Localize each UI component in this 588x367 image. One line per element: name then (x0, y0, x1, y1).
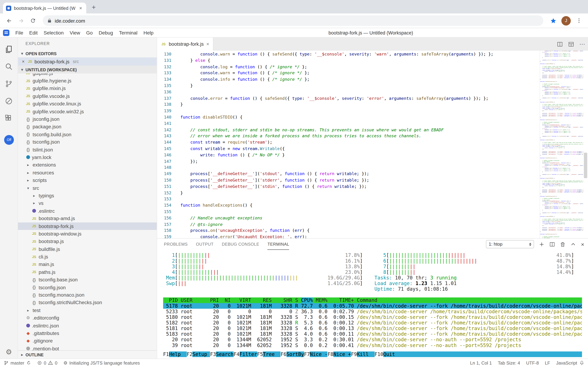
file-item-jsconfig.json[interactable]: {}jsconfig.json (18, 115, 157, 123)
file-item-tsconfig.json[interactable]: {}tsconfig.json (18, 284, 157, 291)
folder-item-typings[interactable]: ▸typings (18, 192, 157, 200)
code-line[interactable]: 152} (157, 190, 540, 196)
status-item-4[interactable]: JavaScript (556, 360, 577, 366)
code-line[interactable]: 149 process['__defineGetter__']('stdout'… (157, 171, 540, 177)
file-item-buildfile.js[interactable]: JSbuildfile.js (18, 245, 157, 253)
code-line[interactable]: 147 }); (157, 158, 540, 165)
address-bar[interactable]: ide.coder.com (43, 15, 543, 26)
forward-button[interactable] (16, 15, 26, 26)
code-line[interactable]: 132 console.log = function () { /* ignor… (157, 64, 540, 70)
code-line[interactable]: 140function disableSTDIO() { (157, 114, 540, 121)
reload-button[interactable] (28, 15, 38, 26)
file-item-gulpfile.vscode.linux.js[interactable]: JSgulpfile.vscode.linux.js (18, 100, 157, 108)
fkey-f1-button[interactable]: F1 (163, 351, 169, 357)
file-item-bootstrap-amd.js[interactable]: JSbootstrap-amd.js (18, 215, 157, 222)
code-line[interactable]: 144 const stream = require('stream'); (157, 140, 540, 146)
extensions-activity-button[interactable] (0, 110, 18, 127)
code-line[interactable]: 134 console.info = function () { /* igno… (157, 76, 540, 83)
file-item-tsconfig.build.json[interactable]: {}tsconfig.build.json (18, 131, 157, 138)
sync-icon[interactable] (26, 360, 31, 366)
code-line[interactable]: 154function handleExceptions() { (157, 203, 540, 209)
fkey-f10-button[interactable]: F10 (374, 351, 383, 357)
file-item-.eslintrc[interactable]: .eslintrc (18, 207, 157, 215)
fkey-f3-button[interactable]: F3 (210, 351, 216, 357)
back-button[interactable] (4, 15, 14, 26)
code-line[interactable]: 138} (157, 102, 540, 108)
code-line[interactable]: 153 (157, 196, 540, 203)
folder-item-src[interactable]: ▾src (18, 184, 157, 192)
file-item-package.json[interactable]: {}package.json (18, 123, 157, 131)
code-line[interactable]: 159 console.error('Uncaught Exception: '… (157, 234, 540, 238)
status-item-1[interactable]: Tab Size: 4 (498, 360, 520, 366)
code-line[interactable]: 133 console.warn = function () { /* igno… (157, 70, 540, 76)
menu-item-edit[interactable]: Edit (26, 29, 41, 37)
settings-gear-icon[interactable]: ⚙ (6, 348, 12, 356)
file-item-paths.js[interactable]: JSpaths.js (18, 268, 157, 276)
code-line[interactable]: 158 process.on('uncaughtException', func… (157, 228, 540, 234)
file-item-gulpfile.hygiene.js[interactable]: JSgulpfile.hygiene.js (18, 77, 157, 85)
bell-icon[interactable] (580, 360, 584, 366)
code-line[interactable]: 143 // error when we are inside a forked… (157, 133, 540, 140)
search-activity-button[interactable] (0, 58, 18, 75)
file-item-.gitattributes[interactable]: ◆.gitattributes (18, 329, 157, 337)
file-item-tsconfig.json[interactable]: {}tsconfig.json (18, 138, 157, 146)
language-status[interactable]: ⚙ Initializing JS/TS language features (63, 360, 140, 366)
app-logo-icon[interactable] (3, 29, 9, 36)
code-line[interactable]: 136 (157, 89, 540, 95)
fkey-f5-button[interactable]: F5 (257, 351, 263, 357)
file-item-bootstrap-fork.js[interactable]: JSbootstrap-fork.js (18, 222, 157, 230)
file-item-bootstrap-window.js[interactable]: JSbootstrap-window.js (18, 230, 157, 238)
file-item-gulpfile.js[interactable]: JSgulpfile.js (18, 74, 157, 77)
menu-item-terminal[interactable]: Terminal (116, 29, 141, 37)
tab-close-icon[interactable]: × (78, 5, 83, 11)
folder-item-resources[interactable]: ▸resources (18, 169, 157, 176)
file-item-bootstrap.js[interactable]: JSbootstrap.js (18, 238, 157, 245)
code-line[interactable]: 151 process['__defineGetter__']('stdin',… (157, 184, 540, 190)
file-item-cli.js[interactable]: JScli.js (18, 253, 157, 261)
code-line[interactable]: 141 (157, 121, 540, 127)
new-tab-button[interactable]: + (89, 2, 99, 12)
code-line[interactable]: 130 console.warn = function () { safeSen… (157, 51, 540, 58)
code-line[interactable]: 150 process['__defineGetter__']('stderr'… (157, 177, 540, 184)
file-item-tsconfig.base.json[interactable]: {}tsconfig.base.json (18, 276, 157, 284)
browser-tab[interactable]: bootstrap-fork.js — Untitled (W × (3, 3, 86, 14)
panel-tab-terminal[interactable]: TERMINAL (267, 239, 289, 250)
fkey-f6-button[interactable]: F6 (281, 351, 287, 357)
split-terminal-button[interactable] (549, 242, 555, 247)
file-item-.gitignore[interactable]: ◆.gitignore (18, 337, 157, 345)
workspace-section-header[interactable]: ▾ UNTITLED (WORKSPACE) (18, 66, 157, 74)
scrollbar-thumb[interactable] (584, 153, 587, 178)
menu-item-debug[interactable]: Debug (96, 29, 116, 37)
panel-tab-problems[interactable]: PROBLEMS (164, 239, 188, 250)
code-line[interactable]: 135 } (157, 83, 540, 89)
code-line[interactable]: 156 // Handle uncaught exceptions (157, 215, 540, 222)
browser-menu-button[interactable] (574, 15, 584, 26)
file-item-tsconfig.strictNullChecks.json[interactable]: {}tsconfig.strictNullChecks.json (18, 299, 157, 307)
avatar[interactable]: J (561, 16, 571, 25)
outline-section-header[interactable]: ▸ OUTLINE (18, 350, 157, 359)
file-item-.eslintrc.json[interactable]: .eslintrc.json (18, 322, 157, 330)
tab-close-icon[interactable]: × (206, 41, 209, 47)
file-item-yarn.lock[interactable]: yarn.lock (18, 154, 157, 161)
terminal-select[interactable]: 1: htop (486, 240, 534, 248)
panel-tab-output[interactable]: OUTPUT (196, 239, 214, 250)
terminal-output[interactable]: 1[||||||||||| 17.8%] 5[|||||||||||||||||… (157, 250, 588, 352)
code-line[interactable]: 146 write: function () { /* No OP */ } (157, 152, 540, 158)
file-item-tslint.json[interactable]: {}tslint.json (18, 146, 157, 154)
fkey-f7-button[interactable]: F7 (304, 351, 310, 357)
code-line[interactable]: 155 (157, 209, 540, 215)
explorer-activity-button[interactable] (0, 41, 18, 58)
close-icon[interactable]: × (21, 59, 25, 64)
folder-item-vs[interactable]: ▸vs (18, 200, 157, 207)
code-line[interactable]: 142 // const stdout, stderr and stdin be… (157, 127, 540, 133)
problems-indicator[interactable]: 0 0 (37, 360, 57, 366)
code-line[interactable]: 131 } else { (157, 58, 540, 64)
fkey-f2-button[interactable]: F2 (187, 351, 192, 357)
menu-item-file[interactable]: File (12, 29, 26, 37)
code-line[interactable]: 139 (157, 108, 540, 114)
file-item-tsconfig.monaco.json[interactable]: {}tsconfig.monaco.json (18, 291, 157, 299)
menu-item-selection[interactable]: Selection (41, 29, 67, 37)
code-editor[interactable]: 130 console.warn = function () { safeSen… (157, 50, 588, 238)
menu-item-view[interactable]: View (67, 29, 83, 37)
file-item-.editorconfig[interactable]: ⚙.editorconfig (18, 314, 157, 322)
